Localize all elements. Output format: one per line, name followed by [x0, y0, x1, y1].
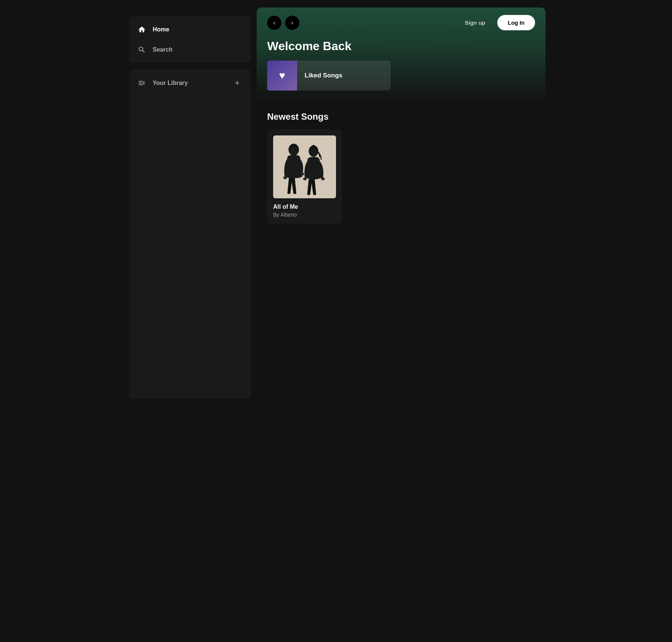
- sidebar-nav: Home Search: [129, 16, 251, 63]
- songs-grid: All of Me By Alberto: [267, 129, 535, 224]
- liked-songs-card[interactable]: ♥ Liked Songs: [267, 61, 391, 91]
- library-section: Your Library +: [129, 69, 251, 399]
- forward-button[interactable]: ›: [285, 16, 299, 30]
- signup-button[interactable]: Sign up: [459, 16, 491, 29]
- library-label: Your Library: [153, 80, 188, 86]
- nav-arrows: ‹ ›: [267, 16, 299, 30]
- svg-point-3: [283, 176, 287, 179]
- login-button[interactable]: Log In: [497, 15, 535, 30]
- svg-point-4: [300, 172, 304, 175]
- sidebar: Home Search Your L: [126, 7, 254, 408]
- library-icon: [137, 78, 147, 88]
- main-header: ‹ › Sign up Log In Welcome Back ♥ Liked …: [257, 7, 546, 101]
- svg-point-7: [321, 177, 325, 180]
- svg-point-6: [303, 177, 307, 180]
- heart-icon: ♥: [279, 70, 285, 82]
- liked-songs-artwork: ♥: [267, 61, 297, 91]
- sidebar-item-search[interactable]: Search: [129, 40, 251, 60]
- add-library-button[interactable]: +: [231, 77, 243, 89]
- home-icon: [137, 25, 147, 34]
- liked-songs-title: Liked Songs: [297, 72, 342, 79]
- back-button[interactable]: ‹: [267, 16, 281, 30]
- search-icon: [137, 45, 147, 55]
- song-title-all-of-me: All of Me: [273, 204, 336, 210]
- song-artist-all-of-me: By Alberto: [273, 212, 336, 218]
- newest-songs-title: Newest Songs: [267, 111, 535, 122]
- song-card-all-of-me[interactable]: All of Me By Alberto: [267, 129, 342, 224]
- header-nav: ‹ › Sign up Log In: [267, 15, 535, 30]
- header-actions: Sign up Log In: [459, 15, 535, 30]
- sidebar-item-home[interactable]: Home: [129, 19, 251, 40]
- home-label: Home: [153, 26, 169, 33]
- welcome-title: Welcome Back: [267, 39, 535, 53]
- library-left: Your Library: [137, 78, 188, 88]
- song-artwork-all-of-me: [273, 135, 336, 198]
- main-body: Newest Songs: [257, 101, 546, 408]
- svg-rect-0: [273, 135, 336, 198]
- main-content: ‹ › Sign up Log In Welcome Back ♥ Liked …: [257, 7, 546, 408]
- search-label: Search: [153, 46, 172, 53]
- library-header[interactable]: Your Library +: [129, 72, 251, 94]
